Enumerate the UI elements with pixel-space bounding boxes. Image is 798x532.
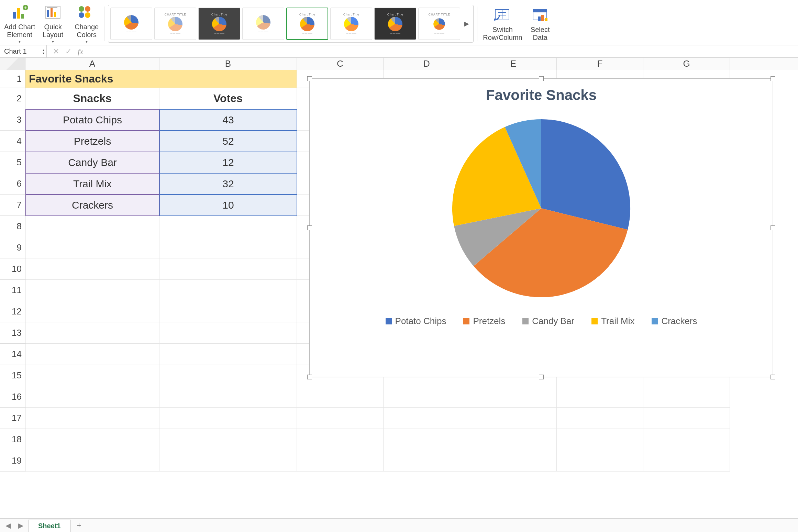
cell[interactable]: Potato Chips: [25, 109, 159, 131]
resize-handle[interactable]: [539, 76, 544, 81]
add-sheet-button[interactable]: +: [73, 519, 86, 532]
cell[interactable]: Trail Mix: [25, 173, 159, 195]
cell[interactable]: [557, 450, 643, 472]
select-all-corner[interactable]: [0, 58, 25, 70]
cell[interactable]: [25, 386, 159, 408]
cell[interactable]: [159, 322, 297, 344]
cell[interactable]: Crackers: [25, 195, 159, 216]
resize-handle[interactable]: [307, 225, 312, 230]
cell[interactable]: [643, 386, 730, 408]
cell[interactable]: [159, 450, 297, 472]
cell[interactable]: [159, 301, 297, 322]
chart-styles-more[interactable]: ▶: [462, 8, 471, 40]
name-box-stepper[interactable]: ▴▾: [43, 48, 44, 55]
cell[interactable]: [159, 216, 297, 237]
row-header-2[interactable]: 2: [0, 88, 25, 109]
cell[interactable]: [470, 386, 557, 408]
row-header-4[interactable]: 4: [0, 131, 25, 152]
pie-chart[interactable]: [310, 110, 773, 306]
row-header-8[interactable]: 8: [0, 216, 25, 237]
tab-nav-prev[interactable]: ◀: [3, 521, 13, 530]
cell[interactable]: Pretzels: [25, 131, 159, 152]
legend-item[interactable]: Crackers: [652, 316, 697, 326]
cell[interactable]: [643, 450, 730, 472]
cell[interactable]: [297, 408, 384, 429]
col-header-D[interactable]: D: [384, 58, 470, 70]
cell[interactable]: Candy Bar: [25, 152, 159, 173]
chart-style-2[interactable]: CHART TITLE— — — —: [154, 8, 196, 40]
cell[interactable]: [25, 408, 159, 429]
cell[interactable]: [643, 408, 730, 429]
cell[interactable]: Favorite Snacks: [25, 70, 159, 88]
chart-style-7[interactable]: Chart Title— — — —: [374, 8, 416, 40]
row-header-3[interactable]: 3: [0, 109, 25, 131]
chart-legend[interactable]: Potato ChipsPretzelsCandy BarTrail MixCr…: [310, 316, 773, 326]
col-header-E[interactable]: E: [470, 58, 557, 70]
col-header-F[interactable]: F: [557, 58, 643, 70]
chart-style-6[interactable]: Chart Title— — — —: [330, 8, 372, 40]
chart-style-3[interactable]: Chart Title— — — —: [198, 8, 240, 40]
chart-style-1[interactable]: — — — —: [110, 8, 152, 40]
cell[interactable]: [384, 429, 470, 450]
resize-handle[interactable]: [307, 375, 312, 379]
cell[interactable]: [159, 429, 297, 450]
sheet-tab-active[interactable]: Sheet1: [28, 520, 71, 532]
quick-layout-button[interactable]: Quick Layout ▾: [41, 2, 65, 46]
cell[interactable]: [159, 386, 297, 408]
cell[interactable]: [470, 429, 557, 450]
cell[interactable]: [470, 408, 557, 429]
cell[interactable]: [557, 429, 643, 450]
chart-title[interactable]: Favorite Snacks: [310, 87, 773, 103]
cell[interactable]: [25, 344, 159, 365]
cell[interactable]: Votes: [159, 88, 297, 109]
row-header-17[interactable]: 17: [0, 408, 25, 429]
row-header-19[interactable]: 19: [0, 450, 25, 472]
cell[interactable]: [297, 450, 384, 472]
row-header-15[interactable]: 15: [0, 365, 25, 386]
cell[interactable]: [25, 429, 159, 450]
row-header-13[interactable]: 13: [0, 322, 25, 344]
row-header-11[interactable]: 11: [0, 280, 25, 301]
cell[interactable]: [25, 322, 159, 344]
row-header-1[interactable]: 1: [0, 70, 25, 88]
cell[interactable]: [25, 301, 159, 322]
cell[interactable]: [470, 450, 557, 472]
cell[interactable]: [384, 450, 470, 472]
cell[interactable]: [25, 280, 159, 301]
formula-input[interactable]: [89, 45, 798, 57]
cell[interactable]: Snacks: [25, 88, 159, 109]
chart-style-4[interactable]: — — — —: [242, 8, 284, 40]
row-header-14[interactable]: 14: [0, 344, 25, 365]
cell[interactable]: [159, 344, 297, 365]
cell[interactable]: [25, 216, 159, 237]
row-header-18[interactable]: 18: [0, 429, 25, 450]
resize-handle[interactable]: [539, 375, 544, 379]
col-header-B[interactable]: B: [159, 58, 297, 70]
cell[interactable]: [384, 408, 470, 429]
row-header-16[interactable]: 16: [0, 386, 25, 408]
col-header-G[interactable]: G: [643, 58, 730, 70]
row-header-10[interactable]: 10: [0, 258, 25, 280]
cell[interactable]: [297, 429, 384, 450]
embedded-chart[interactable]: Favorite Snacks Potato ChipsPretzelsCand…: [309, 78, 773, 377]
cell[interactable]: [25, 237, 159, 258]
cell[interactable]: 52: [159, 131, 297, 152]
name-box[interactable]: Chart 1 ▴▾: [0, 45, 47, 57]
chart-style-5[interactable]: Chart Title— — — —: [286, 8, 328, 40]
cell[interactable]: [557, 386, 643, 408]
cell[interactable]: 32: [159, 173, 297, 195]
col-header-A[interactable]: A: [25, 58, 159, 70]
cell[interactable]: 10: [159, 195, 297, 216]
row-header-5[interactable]: 5: [0, 152, 25, 173]
tab-nav-next[interactable]: ▶: [15, 521, 26, 530]
row-header-12[interactable]: 12: [0, 301, 25, 322]
cell[interactable]: [159, 70, 297, 88]
resize-handle[interactable]: [771, 225, 775, 230]
cell[interactable]: [159, 280, 297, 301]
legend-item[interactable]: Candy Bar: [522, 316, 574, 326]
enter-icon[interactable]: ✓: [65, 47, 71, 56]
cell[interactable]: [159, 258, 297, 280]
select-data-button[interactable]: Select Data: [528, 4, 553, 43]
row-header-9[interactable]: 9: [0, 237, 25, 258]
cell[interactable]: 12: [159, 152, 297, 173]
